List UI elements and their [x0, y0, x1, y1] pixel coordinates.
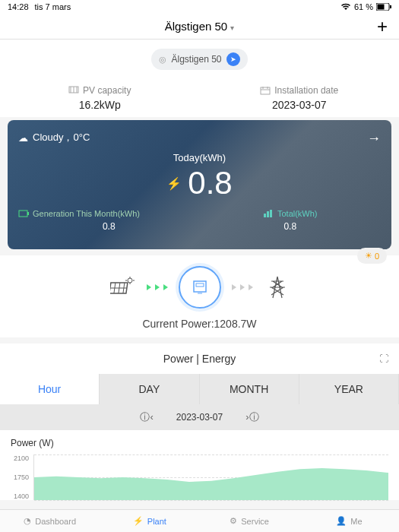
cloud-icon: ☁ — [18, 132, 28, 144]
today-value: 0.8 — [188, 165, 232, 201]
tab-month[interactable]: MONTH — [200, 374, 299, 404]
status-time: 14:28 — [8, 2, 29, 11]
chart-header: Power | Energy ⛶ — [0, 344, 399, 374]
flow-dots-left — [147, 284, 168, 290]
svg-rect-7 — [264, 214, 266, 217]
next-date-button[interactable]: ›ⓘ — [245, 410, 258, 424]
chevron-down-icon: ▾ — [230, 24, 234, 32]
location-pin-icon: ◎ — [159, 55, 166, 65]
nav-plant[interactable]: ⚡Plant — [100, 516, 199, 526]
svg-rect-8 — [267, 211, 269, 217]
navigate-icon: ➤ — [226, 52, 240, 66]
time-tabs: Hour DAY MONTH YEAR — [0, 374, 399, 404]
sun-icon: ☀ — [365, 251, 372, 261]
flow-section: ☀0 Current Power:1208.7W — [0, 255, 399, 337]
expand-icon[interactable]: ⛶ — [379, 353, 388, 364]
nav-me[interactable]: 👤Me — [299, 516, 399, 526]
user-icon: 👤 — [336, 516, 347, 526]
total-label: Total(kWh) — [277, 209, 318, 218]
today-label: Today(kWh) — [18, 152, 381, 163]
nav-service[interactable]: ⚙Service — [200, 516, 299, 526]
pv-value: 16.2kWp — [0, 99, 200, 111]
chart-ylabel: Power (W) — [11, 438, 388, 448]
wifi-icon — [340, 3, 351, 11]
date-nav: ⓘ‹ 2023-03-07 ›ⓘ — [0, 404, 399, 430]
chart-plot[interactable] — [33, 454, 388, 500]
chart-title: Power | Energy — [163, 353, 236, 365]
battery-icon — [376, 3, 391, 11]
weather-text: Cloudy，0°C — [33, 131, 90, 144]
gen-month-label: Generation This Month(kWh) — [33, 209, 140, 218]
arrow-right-icon: → — [367, 131, 381, 147]
battery-stat-icon — [18, 210, 29, 217]
svg-rect-13 — [196, 283, 204, 287]
summary-card[interactable]: ☁Cloudy，0°C → Today(kWh) ⚡0.8 Generation… — [8, 120, 391, 249]
install-label: Installation date — [274, 85, 338, 96]
chart-area: Power (W) 2100 1750 1400 — [0, 430, 399, 500]
service-icon: ⚙ — [230, 516, 237, 526]
plant-icon: ⚡ — [133, 516, 144, 526]
gen-month-value: 0.8 — [18, 221, 200, 232]
solar-panel-icon — [109, 274, 136, 301]
alert-badge[interactable]: ☀0 — [357, 248, 387, 264]
bottom-nav: ◔Dashboard ⚡Plant ⚙Service 👤Me — [0, 509, 399, 532]
bolt-icon: ⚡ — [166, 176, 182, 191]
svg-point-11 — [128, 278, 132, 283]
location-chip-label: Älgstigen 50 — [171, 54, 221, 65]
battery-pct: 61 % — [354, 2, 373, 11]
tab-day[interactable]: DAY — [100, 374, 199, 404]
date-display[interactable]: 2023-03-07 — [176, 412, 223, 423]
svg-rect-5 — [19, 211, 27, 217]
prev-date-button[interactable]: ⓘ‹ — [140, 410, 153, 424]
pv-capacity-icon — [68, 86, 79, 95]
svg-rect-1 — [378, 5, 385, 10]
tab-year[interactable]: YEAR — [299, 374, 399, 404]
location-chip[interactable]: ◎ Älgstigen 50 ➤ — [151, 49, 247, 70]
calendar-icon — [260, 86, 271, 95]
nav-dashboard[interactable]: ◔Dashboard — [0, 516, 100, 526]
area-chart — [34, 454, 388, 500]
header: Älgstigen 50 ▾ + — [0, 14, 399, 39]
svg-rect-6 — [27, 212, 29, 215]
y-axis: 2100 1750 1400 — [11, 454, 33, 500]
bars-icon — [263, 210, 274, 217]
status-date: tis 7 mars — [35, 2, 71, 11]
install-value: 2023-03-07 — [200, 99, 400, 111]
total-value: 0.8 — [200, 221, 382, 232]
status-bar: 14:28 tis 7 mars 61 % — [0, 0, 399, 14]
svg-rect-9 — [270, 210, 272, 217]
grid-tower-icon — [264, 274, 291, 301]
pv-label: PV capacity — [83, 85, 131, 96]
svg-rect-4 — [261, 87, 270, 94]
info-row: PV capacity 16.2kWp Installation date 20… — [0, 79, 399, 117]
flow-dots-right — [232, 284, 253, 290]
site-dropdown[interactable]: Älgstigen 50 ▾ — [165, 20, 235, 33]
tab-hour[interactable]: Hour — [0, 374, 100, 404]
dashboard-icon: ◔ — [24, 516, 31, 526]
add-button[interactable]: + — [377, 16, 388, 37]
current-power: Current Power:1208.7W — [0, 318, 399, 330]
inverter-icon[interactable] — [179, 266, 221, 309]
svg-rect-2 — [390, 5, 391, 8]
